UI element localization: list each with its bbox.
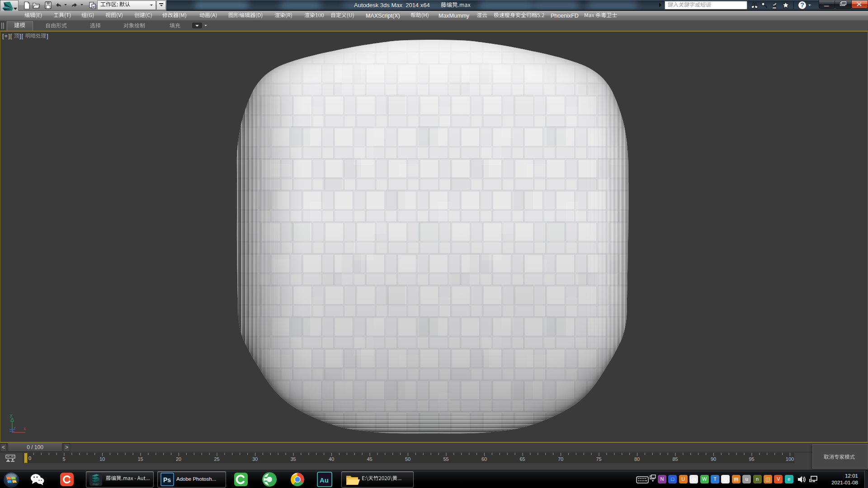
- svg-text:65: 65: [519, 456, 525, 462]
- svg-text:60: 60: [481, 456, 487, 462]
- svg-text:35: 35: [290, 456, 296, 462]
- svg-text:y: y: [10, 414, 12, 418]
- svg-text:30: 30: [252, 456, 258, 462]
- svg-text:75: 75: [596, 456, 601, 462]
- svg-text:90: 90: [711, 456, 716, 462]
- svg-text:max: max: [93, 483, 99, 486]
- svg-text:100: 100: [786, 456, 794, 462]
- svg-text:45: 45: [367, 456, 372, 462]
- svg-text:x: x: [24, 426, 26, 431]
- svg-text:70: 70: [558, 456, 563, 462]
- svg-text:80: 80: [634, 456, 640, 462]
- svg-text:50: 50: [405, 456, 410, 462]
- svg-text:20: 20: [176, 456, 181, 462]
- svg-text:85: 85: [672, 456, 678, 462]
- svg-text:95: 95: [749, 456, 754, 462]
- svg-text:5: 5: [62, 456, 65, 462]
- svg-text:40: 40: [329, 456, 334, 462]
- svg-text:Au: Au: [320, 476, 329, 484]
- svg-text:10: 10: [99, 456, 105, 462]
- svg-text:Ps: Ps: [163, 476, 171, 483]
- svg-text:55: 55: [443, 456, 448, 462]
- svg-text:25: 25: [214, 456, 219, 462]
- svg-text:15: 15: [137, 456, 143, 462]
- svg-text:z: z: [14, 426, 16, 431]
